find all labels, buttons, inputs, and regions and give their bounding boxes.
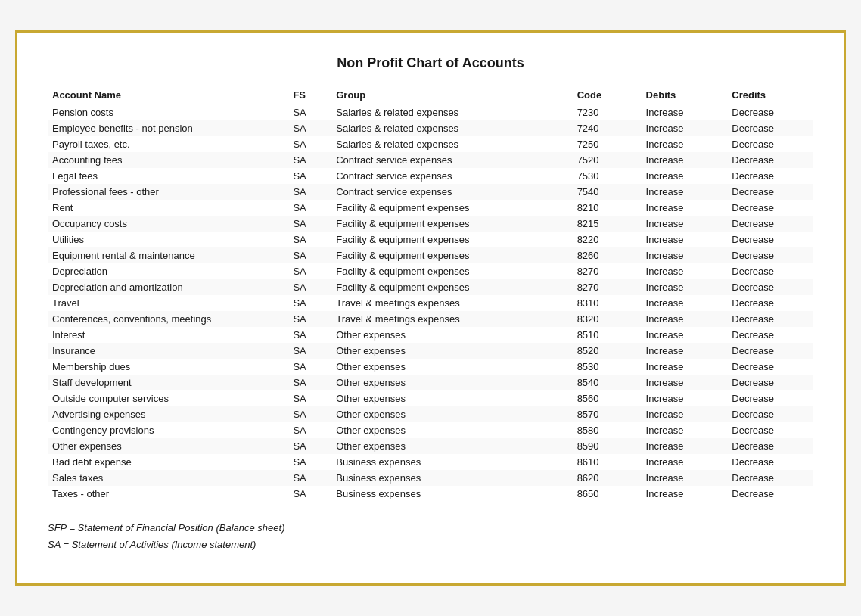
fs-cell: SA [288, 216, 331, 232]
table-row: DepreciationSAFacility & equipment expen… [48, 263, 813, 279]
credits-cell: Decrease [727, 327, 813, 343]
code-cell: 7250 [573, 136, 642, 152]
credits-cell: Decrease [727, 343, 813, 359]
credits-cell: Decrease [727, 279, 813, 295]
debits-cell: Increase [642, 406, 728, 422]
code-cell: 8580 [573, 422, 642, 438]
debits-cell: Increase [642, 359, 728, 375]
code-cell: 8570 [573, 406, 642, 422]
code-cell: 8270 [573, 263, 642, 279]
table-row: Bad debt expenseSABusiness expenses8610I… [48, 454, 813, 470]
group-cell: Travel & meetings expenses [331, 295, 572, 311]
account-name-cell: Membership dues [48, 359, 288, 375]
group-cell: Other expenses [331, 406, 572, 422]
group-cell: Contract service expenses [331, 184, 572, 200]
account-name-cell: Legal fees [48, 168, 288, 184]
credits-cell: Decrease [727, 200, 813, 216]
credits-cell: Decrease [727, 136, 813, 152]
fs-cell: SA [288, 359, 331, 375]
table-row: TravelSATravel & meetings expenses8310In… [48, 295, 813, 311]
fs-cell: SA [288, 247, 331, 263]
account-name-cell: Occupancy costs [48, 216, 288, 232]
table-row: Staff developmentSAOther expenses8540Inc… [48, 375, 813, 390]
code-cell: 8215 [573, 216, 642, 232]
account-name-cell: Rent [48, 200, 288, 216]
debits-cell: Increase [642, 104, 728, 120]
account-name-cell: Contingency provisions [48, 422, 288, 438]
table-header-row: Account Name FS Group Code Debits Credit… [48, 86, 813, 104]
debits-cell: Increase [642, 279, 728, 295]
code-cell: 8520 [573, 343, 642, 359]
group-cell: Business expenses [331, 454, 572, 470]
debits-cell: Increase [642, 438, 728, 454]
debits-cell: Increase [642, 470, 728, 486]
credits-cell: Decrease [727, 454, 813, 470]
table-row: Conferences, conventions, meetingsSATrav… [48, 311, 813, 327]
fs-cell: SA [288, 184, 331, 200]
table-row: Accounting feesSAContract service expens… [48, 152, 813, 168]
fs-cell: SA [288, 438, 331, 454]
account-name-cell: Insurance [48, 343, 288, 359]
debits-cell: Increase [642, 311, 728, 327]
fs-cell: SA [288, 168, 331, 184]
code-cell: 8530 [573, 359, 642, 375]
col-header-account: Account Name [48, 86, 288, 104]
account-name-cell: Depreciation and amortization [48, 279, 288, 295]
fs-cell: SA [288, 263, 331, 279]
fs-cell: SA [288, 279, 331, 295]
debits-cell: Increase [642, 232, 728, 247]
table-row: Employee benefits - not pensionSASalarie… [48, 120, 813, 136]
table-row: Advertising expensesSAOther expenses8570… [48, 406, 813, 422]
table-row: Depreciation and amortizationSAFacility … [48, 279, 813, 295]
credits-cell: Decrease [727, 295, 813, 311]
code-cell: 7520 [573, 152, 642, 168]
debits-cell: Increase [642, 152, 728, 168]
account-name-cell: Taxes - other [48, 486, 288, 502]
credits-cell: Decrease [727, 359, 813, 375]
group-cell: Facility & equipment expenses [331, 200, 572, 216]
accounts-table: Account Name FS Group Code Debits Credit… [48, 86, 813, 502]
table-row: Other expensesSAOther expenses8590Increa… [48, 438, 813, 454]
credits-cell: Decrease [727, 311, 813, 327]
code-cell: 7540 [573, 184, 642, 200]
code-cell: 8540 [573, 375, 642, 390]
code-cell: 8270 [573, 279, 642, 295]
group-cell: Other expenses [331, 327, 572, 343]
footnote-sa: SA = Statement of Activities (Income sta… [48, 537, 813, 553]
debits-cell: Increase [642, 375, 728, 390]
credits-cell: Decrease [727, 486, 813, 502]
fs-cell: SA [288, 295, 331, 311]
credits-cell: Decrease [727, 152, 813, 168]
code-cell: 8620 [573, 470, 642, 486]
code-cell: 8320 [573, 311, 642, 327]
fs-cell: SA [288, 232, 331, 247]
group-cell: Salaries & related expenses [331, 120, 572, 136]
group-cell: Business expenses [331, 486, 572, 502]
credits-cell: Decrease [727, 184, 813, 200]
fs-cell: SA [288, 343, 331, 359]
credits-cell: Decrease [727, 263, 813, 279]
table-row: Contingency provisionsSAOther expenses85… [48, 422, 813, 438]
table-body: Pension costsSASalaries & related expens… [48, 104, 813, 502]
table-row: RentSAFacility & equipment expenses8210I… [48, 200, 813, 216]
account-name-cell: Equipment rental & maintenance [48, 247, 288, 263]
group-cell: Travel & meetings expenses [331, 311, 572, 327]
group-cell: Contract service expenses [331, 168, 572, 184]
table-row: InterestSAOther expenses8510IncreaseDecr… [48, 327, 813, 343]
code-cell: 8590 [573, 438, 642, 454]
account-name-cell: Conferences, conventions, meetings [48, 311, 288, 327]
debits-cell: Increase [642, 343, 728, 359]
account-name-cell: Employee benefits - not pension [48, 120, 288, 136]
credits-cell: Decrease [727, 470, 813, 486]
debits-cell: Increase [642, 454, 728, 470]
fs-cell: SA [288, 104, 331, 120]
code-cell: 8610 [573, 454, 642, 470]
debits-cell: Increase [642, 216, 728, 232]
fs-cell: SA [288, 486, 331, 502]
col-header-code: Code [573, 86, 642, 104]
group-cell: Facility & equipment expenses [331, 232, 572, 247]
table-row: UtilitiesSAFacility & equipment expenses… [48, 232, 813, 247]
group-cell: Other expenses [331, 359, 572, 375]
code-cell: 8650 [573, 486, 642, 502]
account-name-cell: Utilities [48, 232, 288, 247]
